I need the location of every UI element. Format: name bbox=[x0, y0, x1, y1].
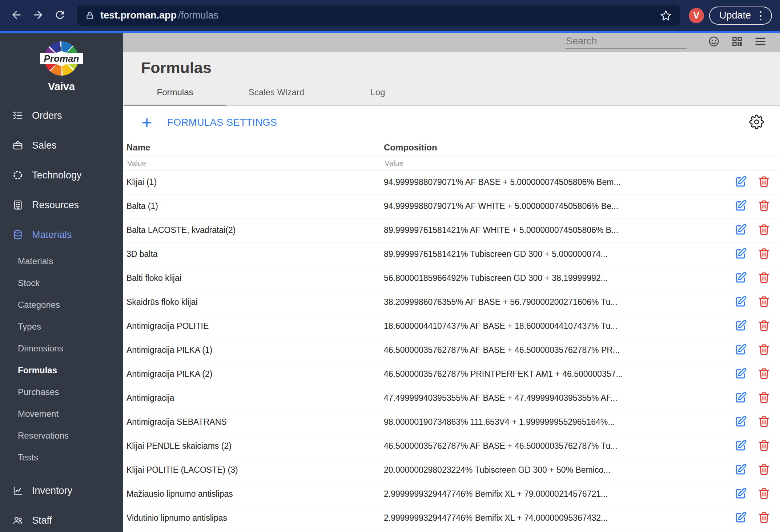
sidebar-item-inventory[interactable]: Inventory bbox=[0, 476, 123, 505]
tab-log[interactable]: Log bbox=[327, 87, 429, 105]
tab-scales-wizard[interactable]: Scales Wizard bbox=[226, 87, 327, 105]
menu-button[interactable] bbox=[754, 36, 767, 49]
qr-code-button[interactable] bbox=[731, 36, 744, 49]
sidebar-subitem-formulas[interactable]: Formulas bbox=[0, 359, 123, 381]
name-filter-input[interactable] bbox=[126, 158, 363, 168]
avatar[interactable]: V bbox=[689, 8, 704, 23]
formula-name-cell: Klijai POLITIE (LACOSTE) (3) bbox=[126, 465, 384, 475]
column-header-name[interactable]: Name bbox=[126, 142, 384, 153]
delete-button[interactable] bbox=[757, 295, 771, 309]
delete-button[interactable] bbox=[757, 223, 771, 237]
delete-button[interactable] bbox=[757, 175, 771, 189]
table-row[interactable]: Skaidrūs floko klijai 38.2099986076355% … bbox=[123, 290, 780, 314]
formula-name-cell: 3D balta bbox=[126, 249, 384, 259]
table-row[interactable]: Vidutinio lipnumo antislipas 2.999999932… bbox=[123, 506, 780, 530]
edit-button[interactable] bbox=[734, 391, 747, 405]
table-row[interactable]: Mažiausio lipnumo antislipas 2.999999932… bbox=[123, 482, 780, 506]
table-row[interactable]: Antimigracija 47.49999940395355% AF BASE… bbox=[123, 386, 780, 410]
forward-button[interactable] bbox=[30, 7, 47, 24]
edit-icon bbox=[734, 319, 747, 333]
sidebar-item-resources[interactable]: Resources bbox=[0, 190, 123, 220]
sidebar-subitem-tests[interactable]: Tests bbox=[0, 447, 123, 468]
sidebar-item-label: Materials bbox=[32, 229, 72, 241]
url-path: /formulas bbox=[178, 10, 218, 21]
table-settings-button[interactable] bbox=[749, 114, 764, 130]
delete-button[interactable] bbox=[757, 415, 771, 429]
table-row[interactable]: Balta LACOSTE, kvadratai(2) 89.999997615… bbox=[123, 218, 780, 242]
table-row[interactable]: Antimigracija POLITIE 18.60000044107437%… bbox=[123, 314, 780, 338]
sidebar-item-staff[interactable]: Staff bbox=[0, 505, 123, 532]
sidebar-subitem-dimensions[interactable]: Dimensions bbox=[0, 338, 123, 359]
delete-button[interactable] bbox=[757, 367, 771, 381]
edit-button[interactable] bbox=[734, 199, 747, 213]
trash-icon bbox=[757, 175, 771, 189]
table-row[interactable]: Balti floko klijai 56.80000185966492% Tu… bbox=[123, 266, 780, 290]
reload-button[interactable] bbox=[52, 7, 68, 24]
proman-logo[interactable]: Proman bbox=[38, 41, 85, 76]
sidebar-item-technology[interactable]: Technology bbox=[0, 160, 123, 190]
table-row[interactable]: Antimigracija PILKA (1) 46.5000003576278… bbox=[123, 338, 780, 362]
edit-button[interactable] bbox=[734, 175, 747, 189]
delete-button[interactable] bbox=[757, 511, 771, 525]
formula-composition-cell: 89.99999761581421% Tubiscreen GD 300 + 5… bbox=[384, 249, 709, 259]
composition-filter-input[interactable] bbox=[384, 158, 683, 168]
update-button[interactable]: Update ⋮ bbox=[709, 7, 772, 25]
edit-button[interactable] bbox=[734, 319, 747, 333]
edit-button[interactable] bbox=[734, 295, 747, 309]
edit-button[interactable] bbox=[734, 439, 747, 453]
column-header-composition[interactable]: Composition bbox=[384, 142, 709, 153]
back-button[interactable] bbox=[8, 7, 25, 24]
url-bar[interactable]: test.proman.app /formulas bbox=[77, 5, 680, 26]
bookmark-star-icon[interactable] bbox=[660, 9, 672, 22]
delete-button[interactable] bbox=[757, 271, 771, 285]
edit-icon bbox=[734, 463, 747, 477]
delete-button[interactable] bbox=[757, 487, 771, 501]
delete-button[interactable] bbox=[757, 439, 771, 453]
delete-button[interactable] bbox=[757, 199, 771, 213]
edit-button[interactable] bbox=[734, 463, 747, 477]
feedback-button[interactable] bbox=[707, 36, 720, 49]
sidebar-subitem-movement[interactable]: Movement bbox=[0, 403, 123, 425]
delete-button[interactable] bbox=[757, 319, 771, 333]
edit-button[interactable] bbox=[734, 271, 747, 285]
sidebar-subitem-materials[interactable]: Materials bbox=[0, 250, 123, 272]
edit-button[interactable] bbox=[734, 415, 747, 429]
table-row[interactable]: Klijai (1) 94.9999988079071% AF BASE + 5… bbox=[123, 170, 780, 194]
edit-button[interactable] bbox=[734, 511, 747, 525]
search-input[interactable] bbox=[565, 35, 687, 48]
edit-icon bbox=[734, 511, 747, 525]
edit-icon bbox=[734, 487, 747, 501]
sidebar-item-orders[interactable]: Orders bbox=[0, 101, 123, 130]
delete-button[interactable] bbox=[757, 343, 771, 357]
sidebar-subitem-stock[interactable]: Stock bbox=[0, 272, 123, 294]
delete-button[interactable] bbox=[757, 463, 771, 477]
sidebar-item-materials[interactable]: Materials bbox=[0, 220, 123, 250]
sidebar-subitem-categories[interactable]: Categories bbox=[0, 294, 123, 316]
edit-button[interactable] bbox=[734, 343, 747, 357]
trash-icon bbox=[757, 463, 771, 477]
sidebar-item-sales[interactable]: Sales bbox=[0, 130, 123, 160]
table-row[interactable]: Klijai PENDLE skaiciams (2) 46.500000357… bbox=[123, 434, 780, 458]
table-row[interactable]: Balta (1) 94.9999988079071% AF WHITE + 5… bbox=[123, 194, 780, 218]
table-row[interactable]: Antimigracija PILKA (2) 46.5000003576278… bbox=[123, 362, 780, 386]
edit-button[interactable] bbox=[734, 247, 747, 261]
edit-button[interactable] bbox=[734, 367, 747, 381]
add-formula-button[interactable]: + bbox=[139, 113, 155, 132]
edit-button[interactable] bbox=[734, 487, 747, 501]
trash-icon bbox=[757, 271, 771, 285]
delete-button[interactable] bbox=[757, 247, 771, 261]
table-row[interactable]: 3D balta 89.99999761581421% Tubiscreen G… bbox=[123, 242, 780, 266]
sidebar-subitem-types[interactable]: Types bbox=[0, 316, 123, 338]
formula-name-cell: Antimigracija PILKA (2) bbox=[126, 369, 384, 379]
edit-button[interactable] bbox=[734, 223, 747, 237]
tab-formulas[interactable]: Formulas bbox=[124, 87, 226, 105]
table-row[interactable]: Antimigracija SEBATRANS 98.0000019073486… bbox=[123, 410, 780, 434]
delete-button[interactable] bbox=[757, 391, 771, 405]
edit-icon bbox=[734, 367, 747, 381]
edit-icon bbox=[734, 247, 747, 261]
table-row[interactable]: Klijai POLITIE (LACOSTE) (3) 20.00000029… bbox=[123, 458, 780, 482]
sidebar-subitem-reservations[interactable]: Reservations bbox=[0, 425, 123, 447]
edit-icon bbox=[734, 439, 747, 453]
sidebar-subitem-purchases[interactable]: Purchases bbox=[0, 381, 123, 403]
formulas-settings-link[interactable]: FORMULAS SETTINGS bbox=[167, 117, 277, 128]
